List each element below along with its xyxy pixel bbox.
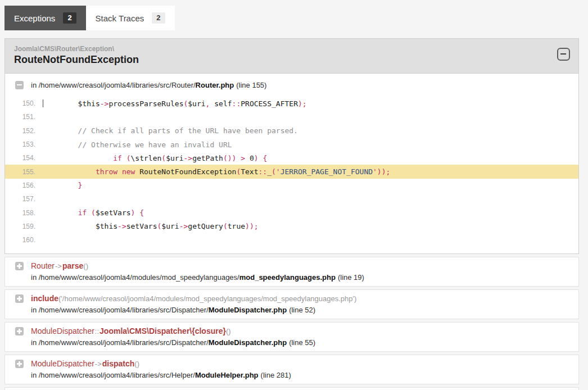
frame-location: in /home/www/creasol/joomla4/libraries/s… [31, 337, 315, 348]
code-token: -> [100, 99, 109, 108]
code-token: -> [117, 222, 126, 230]
location-path: /home/www/creasol/joomla4/libraries/src/… [39, 306, 209, 314]
line-number: 154. [5, 154, 39, 162]
location-path: /home/www/creasol/joomla4/libraries/src/… [39, 81, 196, 89]
exception-namespace: Joomla\CMS\Router\Exception\ [14, 44, 569, 53]
stack-frame[interactable]: Router->parse()in /home/www/creasol/joom… [4, 257, 579, 287]
location-prefix: in [31, 338, 39, 347]
code-line: 157. [5, 192, 578, 206]
expand-plus-icon[interactable] [15, 294, 24, 303]
code-token: > [241, 154, 245, 162]
frame-method-name: parse [62, 261, 83, 270]
tab-stack-traces-count-badge: 2 [152, 12, 165, 24]
code-token: RouteNotFoundException [135, 167, 236, 176]
call-operator: :: [94, 327, 99, 335]
code-line: 154. if (\strlen($uri->getPath()) > 0) { [5, 151, 578, 165]
frame-call-args: ('/home/www/creasol/joomla4/modules/mod_… [58, 294, 356, 303]
main-frame-location: in /home/www/creasol/joomla4/libraries/s… [31, 80, 266, 90]
code-line: 150. $this->processParseRules($uri, self… [5, 97, 578, 110]
tab-exceptions-count-badge: 2 [63, 12, 76, 24]
exception-card-header: Joomla\CMS\Router\Exception\ RouteNotFou… [5, 39, 578, 74]
tab-exceptions-label: Exceptions [14, 13, 55, 23]
stack-frame[interactable]: ModuleDispatcher::Joomla\CMS\Dispatcher\… [4, 322, 579, 352]
code-token [43, 208, 78, 217]
frame-content: include('/home/www/creasol/joomla4/modul… [31, 293, 356, 316]
code-token: // Otherwise we have an invalid URL [43, 140, 232, 149]
tab-bar: Exceptions 2 Stack Traces 2 [4, 6, 588, 30]
expand-plus-icon[interactable] [15, 360, 24, 368]
code-token [122, 154, 126, 162]
line-number: 156. [5, 182, 39, 189]
frame-call-args: () [134, 360, 139, 368]
frame-signature: ModuleDispatcher::Joomla\CMS\Dispatcher\… [31, 325, 315, 337]
code-token: throw [96, 167, 117, 176]
frame-method-name: dispatch [102, 359, 135, 368]
line-number: 151. [5, 113, 39, 121]
code-token: ( [161, 154, 166, 162]
code-line: 151. [5, 110, 578, 124]
code-token: $this [43, 222, 117, 230]
stack-frame[interactable]: ModuleDispatcher->dispatch()in /home/www… [4, 355, 579, 384]
frame-content: ModuleDispatcher::Joomla\CMS\Dispatcher\… [31, 325, 315, 348]
code-token: $uri [161, 222, 179, 230]
exception-card: Joomla\CMS\Router\Exception\ RouteNotFou… [4, 38, 579, 254]
code-text: if (\strlen($uri->getPath()) > 0) { [39, 154, 267, 162]
code-token: :: [259, 167, 268, 176]
collapse-minus-icon[interactable] [15, 81, 24, 89]
line-number: 160. [5, 236, 39, 244]
code-token: _ [267, 167, 272, 176]
code-token: if [78, 208, 87, 217]
code-token [87, 208, 91, 217]
location-prefix: in [31, 273, 39, 282]
location-file: mod_speedylanguages.php [239, 273, 336, 282]
code-token: new [122, 167, 135, 176]
tab-stack-traces[interactable]: Stack Traces 2 [86, 6, 175, 30]
frame-method-name: include [31, 294, 58, 303]
code-token [43, 167, 96, 176]
frame-content: ModuleDispatcher->dispatch()in /home/www… [31, 358, 291, 381]
code-token: $uri [188, 99, 205, 108]
expand-plus-icon[interactable] [15, 262, 24, 270]
frame-method-name: Joomla\CMS\Dispatcher\{closure} [99, 326, 226, 335]
code-token [43, 154, 113, 162]
code-line: 152. // Check if all parts of the URL ha… [5, 124, 578, 138]
frame-signature: ModuleDispatcher->dispatch() [31, 358, 291, 370]
code-token [117, 167, 122, 176]
frame-location: in /home/www/creasol/joomla4/modules/mod… [31, 272, 364, 283]
location-path: /home/www/creasol/joomla4/libraries/src/… [39, 371, 195, 379]
call-operator: -> [94, 360, 102, 368]
code-line: 158. if ($setVars) { [5, 206, 578, 219]
tab-exceptions[interactable]: Exceptions 2 [4, 6, 86, 30]
code-token: :: [232, 99, 241, 108]
line-number: 157. [5, 195, 39, 203]
stack-frame[interactable]: include('/home/www/creasol/joomla4/modul… [4, 289, 579, 319]
location-prefix: in [31, 371, 39, 379]
code-token: ( [223, 222, 228, 230]
code-token: } [43, 181, 82, 189]
code-text: $this->setVars($uri->getQuery(true)); [39, 222, 259, 230]
exception-name: RouteNotFoundException [14, 53, 569, 66]
code-token: ')); [373, 167, 390, 176]
frame-class-name: Router [31, 261, 55, 270]
code-token: \strlen [131, 154, 162, 162]
code-token: ); [298, 99, 307, 108]
code-token: )); [245, 222, 258, 230]
code-text: if ($setVars) { [39, 208, 144, 217]
code-token: -> [179, 222, 188, 230]
location-prefix: in [31, 81, 39, 89]
main-frame-location-row[interactable]: in /home/www/creasol/joomla4/libraries/s… [5, 74, 578, 90]
code-token: { [263, 154, 267, 162]
location-line: (line 55) [289, 338, 315, 347]
code-token: ( [126, 154, 131, 162]
code-token: { [139, 208, 144, 217]
code-token: PROCESS_AFTER [241, 99, 298, 108]
minus-square-icon[interactable] [557, 48, 570, 61]
text-caret [43, 99, 43, 107]
code-token: $uri [166, 154, 183, 162]
code-token: $setVars [96, 208, 131, 217]
expand-plus-icon[interactable] [15, 327, 24, 335]
stack-frame[interactable]: ModuleHelper::renderRawModule() [4, 387, 579, 390]
code-text: // Check if all parts of the URL have be… [39, 126, 298, 135]
code-token: getQuery [188, 222, 223, 230]
code-token: true [228, 222, 245, 230]
